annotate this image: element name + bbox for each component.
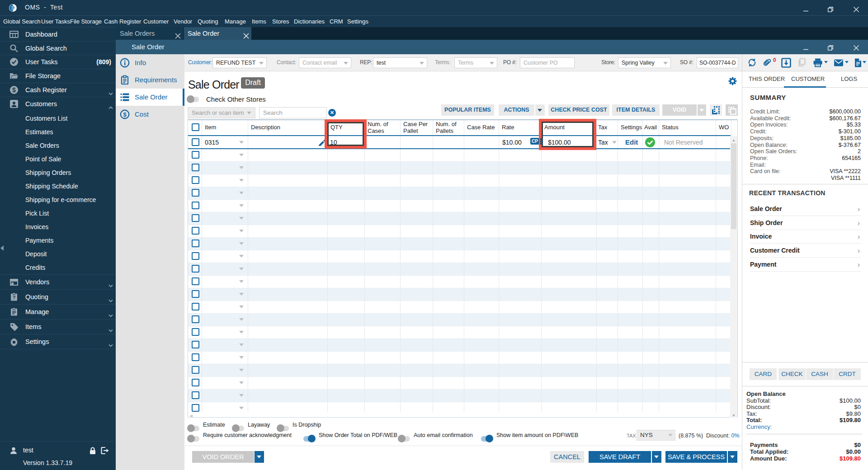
- svg-text:$: $: [123, 111, 127, 118]
- svg-text:$: $: [12, 86, 16, 94]
- svg-text:?: ?: [13, 295, 16, 300]
